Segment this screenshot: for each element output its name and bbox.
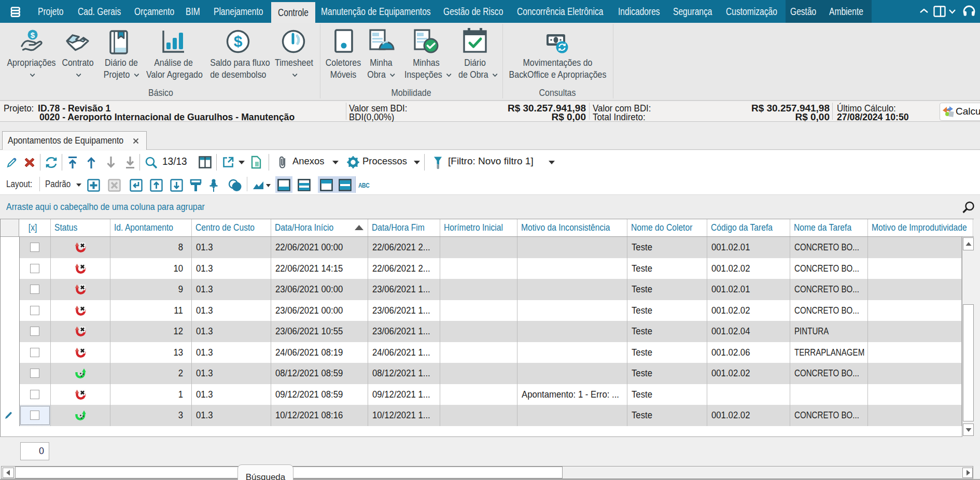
svg-text:$: $ — [31, 31, 35, 39]
svg-text:$: $ — [234, 33, 243, 50]
